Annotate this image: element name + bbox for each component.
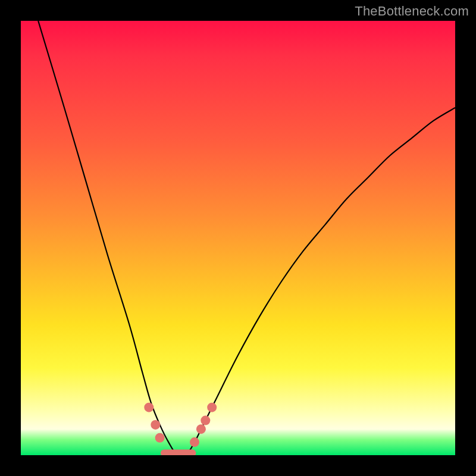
curve-svg	[21, 21, 455, 455]
curve-marker	[155, 433, 165, 443]
watermark-text: TheBottleneck.com	[355, 4, 469, 19]
curve-marker	[151, 420, 160, 430]
curve-marker	[190, 437, 199, 447]
curve-marker	[144, 403, 154, 412]
chart-frame: TheBottleneck.com	[0, 0, 476, 476]
curve-marker	[201, 416, 210, 425]
bottleneck-curve	[38, 21, 455, 455]
curve-marker	[207, 403, 217, 412]
curve-markers	[144, 403, 217, 447]
plot-area	[21, 21, 455, 455]
curve-marker	[196, 424, 206, 434]
